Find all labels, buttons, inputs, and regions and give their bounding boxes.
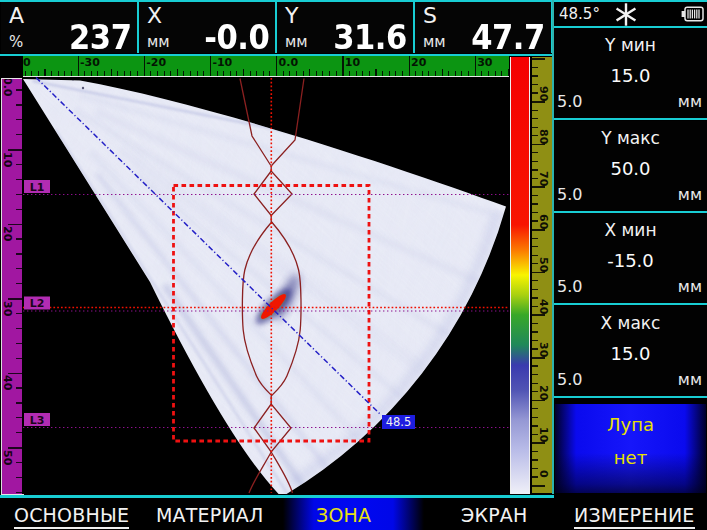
measurement-label: X bbox=[147, 3, 162, 28]
amplitude-ruler-tick bbox=[532, 212, 538, 213]
amplitude-ruler-tick bbox=[532, 92, 538, 93]
amplitude-ruler-tick bbox=[532, 331, 538, 332]
x-ruler-tick bbox=[508, 69, 509, 76]
amplitude-ruler-label: 20 bbox=[537, 385, 550, 400]
menu-tab-5[interactable]: ИЗМЕРЕНИЕ bbox=[574, 504, 695, 529]
menu-tab-2[interactable]: МАТЕРИАЛ bbox=[156, 504, 264, 526]
amplitude-ruler-tick bbox=[532, 459, 538, 460]
measurement-label: Y bbox=[285, 3, 298, 28]
amplitude-ruler-tick bbox=[532, 323, 538, 324]
amplitude-ruler-tick bbox=[532, 203, 538, 204]
beam-angle-readout: 48.5° bbox=[559, 5, 600, 23]
speckle-dot bbox=[82, 87, 84, 89]
flaw-detector-screen: A%237Xмм-0.0Yмм31.6Sмм47.7 48.5° bbox=[0, 0, 707, 530]
param-box-4[interactable]: X макс15.05.0мм bbox=[554, 306, 707, 396]
depth-ruler: 0.01020304050 bbox=[1, 78, 24, 495]
param-step: 5.0 bbox=[557, 277, 582, 296]
amplitude-ruler-tick bbox=[532, 178, 538, 179]
x-ruler-label: -40 bbox=[23, 56, 31, 69]
amplitude-ruler-tick bbox=[532, 314, 545, 316]
amplitude-ruler-tick bbox=[532, 67, 538, 68]
param-box-2[interactable]: Y макс50.05.0мм bbox=[554, 121, 707, 211]
speckle-dot bbox=[72, 79, 74, 81]
param-value: 15.0 bbox=[554, 343, 707, 364]
amplitude-ruler-label: 10 bbox=[537, 427, 550, 442]
amplitude-ruler-tick bbox=[532, 255, 538, 256]
amplitude-ruler-tick bbox=[532, 58, 545, 60]
measurement-cell-Y: Yмм31.6 bbox=[277, 2, 413, 53]
amplitude-ruler-tick bbox=[532, 110, 538, 111]
battery-icon bbox=[681, 6, 704, 26]
param-unit: мм bbox=[678, 185, 702, 204]
x-ruler-label: -10 bbox=[212, 56, 232, 69]
panel-separator bbox=[554, 396, 707, 398]
x-ruler-tick bbox=[475, 56, 476, 76]
speckle-dot bbox=[57, 78, 59, 80]
measurement-cell-S: Sмм47.7 bbox=[415, 2, 551, 53]
param-step: 5.0 bbox=[557, 185, 582, 204]
magnifier-box[interactable]: Лупанет bbox=[555, 404, 706, 493]
amplitude-ruler-tick bbox=[532, 135, 538, 136]
param-title: Y мин bbox=[554, 35, 707, 55]
x-ruler-tick bbox=[44, 69, 45, 76]
amplitude-ruler-tick bbox=[532, 365, 538, 366]
x-ruler-label: -30 bbox=[80, 56, 100, 69]
amplitude-ruler-label: 70 bbox=[537, 171, 550, 186]
amplitude-ruler-label: 60 bbox=[537, 214, 550, 229]
amplitude-ruler-tick bbox=[532, 75, 538, 76]
svg-text:L1: L1 bbox=[30, 181, 45, 194]
measurement-unit: мм bbox=[285, 33, 308, 51]
bottom-menu: ОСНОВНЫЕМАТЕРИАЛЗОНАЭКРАНИЗМЕРЕНИЕ bbox=[0, 498, 707, 530]
svg-text:L2: L2 bbox=[30, 297, 45, 310]
amplitude-ruler-tick bbox=[532, 451, 538, 452]
amplitude-ruler-tick bbox=[532, 425, 538, 426]
menu-tab-1[interactable]: ОСНОВНЫЕ bbox=[14, 504, 129, 529]
measurement-unit: % bbox=[9, 33, 23, 51]
amplitude-ruler-label: 30 bbox=[537, 342, 550, 357]
amplitude-ruler-tick bbox=[532, 383, 538, 384]
depth-ruler-label: 0.0 bbox=[1, 78, 14, 97]
param-box-3[interactable]: X мин-15.05.0мм bbox=[554, 213, 707, 303]
measurement-label: S bbox=[423, 3, 437, 28]
amplitude-ruler-tick bbox=[532, 340, 538, 341]
amplitude-ruler-tick bbox=[532, 434, 538, 435]
param-value: 50.0 bbox=[554, 158, 707, 179]
svg-text:L3: L3 bbox=[30, 414, 45, 427]
measurement-value: -0.0 bbox=[204, 17, 269, 57]
measurement-unit: мм bbox=[423, 33, 446, 51]
amplitude-ruler-tick bbox=[532, 238, 538, 239]
amplitude-ruler-tick bbox=[532, 186, 545, 188]
x-ruler-label: 0.0 bbox=[279, 56, 299, 69]
depth-ruler-tick bbox=[8, 447, 23, 449]
beam-angle-label: 48.5 bbox=[382, 415, 415, 429]
x-ruler-tick bbox=[78, 56, 79, 76]
level-label-L3: L3 bbox=[24, 413, 50, 427]
x-ruler-tick bbox=[375, 69, 376, 76]
amplitude-ruler-tick bbox=[532, 468, 538, 469]
param-unit: мм bbox=[678, 370, 702, 389]
fan-texture bbox=[22, 77, 510, 494]
param-title: Y макс bbox=[554, 128, 707, 148]
amplitude-ruler-tick bbox=[532, 485, 545, 487]
amplitude-ruler-tick bbox=[532, 161, 538, 162]
magnifier-title: Лупа bbox=[555, 414, 706, 435]
depth-ruler-tick bbox=[8, 298, 23, 300]
sector-scan-plot[interactable]: L1L2L348.5 bbox=[22, 77, 510, 494]
level-label-L1: L1 bbox=[24, 180, 50, 194]
amplitude-ruler-tick bbox=[532, 306, 538, 307]
measurement-label: A bbox=[9, 3, 24, 28]
amplitude-ruler-tick bbox=[532, 118, 538, 119]
speckle-dot bbox=[229, 91, 231, 93]
param-value: -15.0 bbox=[554, 250, 707, 271]
x-ruler-tick bbox=[309, 69, 310, 76]
param-unit: мм bbox=[678, 277, 702, 296]
param-box-1[interactable]: Y мин15.05.0мм bbox=[554, 28, 707, 118]
amplitude-ruler-tick bbox=[532, 84, 538, 85]
menu-tab-3[interactable]: ЗОНА bbox=[316, 504, 371, 526]
depth-ruler-label: 10 bbox=[1, 152, 14, 167]
depth-ruler-label: 20 bbox=[1, 226, 14, 241]
amplitude-ruler-tick bbox=[532, 417, 538, 418]
measurement-value: 47.7 bbox=[471, 17, 545, 57]
speckle-dot bbox=[344, 100, 346, 102]
menu-tab-4[interactable]: ЭКРАН bbox=[461, 504, 528, 526]
